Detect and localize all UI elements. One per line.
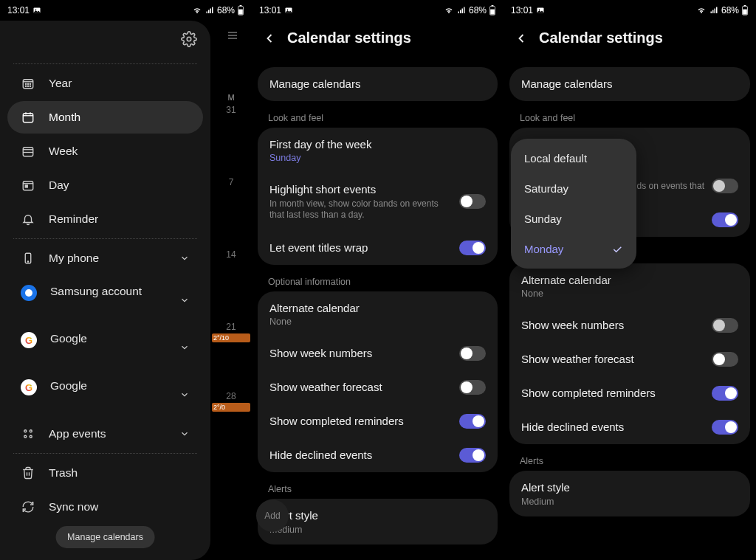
row-week-numbers[interactable]: Show week numbers [509, 308, 750, 342]
toggle-highlight[interactable] [712, 179, 738, 193]
drawer-item-label: Reminder [49, 212, 98, 226]
calendar-month-icon [21, 110, 35, 125]
row-title: Alert style [521, 480, 738, 495]
svg-point-14 [25, 86, 26, 86]
svg-rect-17 [23, 114, 33, 122]
google-icon: G [21, 332, 37, 348]
drawer-item-reminder[interactable]: Reminder [7, 203, 203, 235]
popup-option-local-default[interactable]: Local default [511, 143, 636, 173]
toggle-wrap[interactable] [459, 241, 486, 255]
popup-option-sunday[interactable]: Sunday [511, 204, 636, 234]
day-cell[interactable]: 7 [210, 177, 252, 187]
svg-point-29 [24, 430, 27, 432]
chevron-down-icon [179, 295, 190, 305]
popup-option-monday[interactable]: Monday [511, 234, 636, 264]
toggle-week-numbers[interactable] [459, 346, 486, 361]
drawer-item-month[interactable]: Month [7, 101, 203, 134]
row-desc: In month view, show color bands on event… [269, 198, 452, 221]
row-weather[interactable]: Show weather forecast [258, 370, 498, 404]
gear-icon[interactable] [181, 31, 197, 47]
row-highlight[interactable]: Highlight short events In month view, sh… [258, 173, 498, 231]
row-title: First day of the week [269, 137, 486, 152]
row-completed[interactable]: Show completed reminders [509, 376, 750, 410]
drawer-item-week[interactable]: Week [7, 135, 203, 167]
row-title: Hide declined events [521, 420, 624, 435]
signal-icon [456, 6, 467, 15]
calendar-year-icon [21, 76, 35, 91]
phone-icon [21, 251, 35, 266]
chevron-down-icon [179, 429, 190, 439]
row-manage-calendars[interactable]: Manage calendars [258, 67, 498, 101]
apps-icon [21, 426, 35, 441]
optional-card: Alternate calendar None Show week number… [258, 291, 498, 473]
svg-rect-26 [25, 185, 27, 187]
section-label: Alerts [268, 484, 487, 494]
drawer-item-label: Trash [49, 466, 78, 480]
row-manage-calendars[interactable]: Manage calendars [509, 67, 750, 101]
toggle-weather[interactable] [459, 380, 486, 395]
row-weather[interactable]: Show weather forecast [509, 342, 750, 376]
row-title: Alternate calendar [521, 273, 738, 288]
status-bar: 13:01 68% [504, 0, 756, 21]
back-icon[interactable] [262, 31, 277, 46]
add-button[interactable]: Add [256, 499, 289, 532]
row-title: Alert style [269, 508, 486, 523]
signal-icon [709, 6, 719, 15]
row-wrap[interactable]: Let event titles wrap [258, 231, 498, 265]
row-completed[interactable]: Show completed reminders [258, 404, 498, 438]
hamburger-icon[interactable] [225, 30, 252, 41]
row-declined[interactable]: Hide declined events [509, 410, 750, 444]
toggle-week-numbers[interactable] [712, 318, 738, 333]
svg-point-13 [30, 83, 30, 84]
row-title: Show weather forecast [521, 352, 634, 367]
toggle-highlight[interactable] [459, 194, 486, 209]
manage-calendars-chip[interactable]: Manage calendars [55, 526, 155, 548]
row-title: Let event titles wrap [269, 241, 368, 255]
drawer-item-trash[interactable]: Trash [7, 457, 203, 489]
day-cell[interactable]: 28 2°/0 [210, 391, 252, 412]
clock: 13:01 [511, 5, 533, 15]
row-alt-calendar[interactable]: Alternate calendar None [509, 263, 750, 309]
row-week-numbers[interactable]: Show week numbers [258, 336, 498, 370]
drawer-item-year[interactable]: Year [7, 67, 203, 100]
drawer-item-appevents[interactable]: App events [7, 418, 203, 450]
svg-rect-4 [240, 5, 242, 6]
toggle-declined[interactable] [459, 448, 486, 463]
back-icon[interactable] [514, 31, 529, 46]
drawer-item-google[interactable]: G Google [7, 323, 203, 369]
drawer-item-label: Month [49, 111, 80, 124]
drawer-item-google[interactable]: G Google [7, 370, 203, 416]
day-cell[interactable]: 31 [210, 105, 252, 115]
drawer-item-sync[interactable]: Sync now [7, 491, 203, 523]
svg-point-28 [27, 261, 28, 262]
toggle-completed[interactable] [459, 414, 486, 429]
day-cell[interactable]: 21 2°/10 [210, 322, 252, 342]
drawer-item-samsung[interactable]: Samsung account [7, 276, 203, 322]
toggle-wrap[interactable] [712, 212, 738, 227]
row-alert-style[interactable]: Alert style Medium [509, 471, 750, 516]
picture-icon [284, 6, 293, 15]
chevron-down-icon [179, 253, 190, 263]
drawer-item-label: Sync now [49, 500, 98, 514]
manage-card: Manage calendars [509, 67, 750, 101]
toggle-declined[interactable] [712, 420, 738, 435]
battery-pct: 68% [469, 5, 487, 15]
settings-header: Calendar settings [504, 21, 756, 64]
battery-icon [741, 5, 749, 15]
row-value: None [521, 288, 738, 299]
toggle-weather[interactable] [712, 352, 738, 367]
row-alt-calendar[interactable]: Alternate calendar None [258, 291, 498, 337]
row-alert-style[interactable]: Alert style Medium [258, 499, 498, 545]
popup-option-saturday[interactable]: Saturday [511, 173, 636, 204]
svg-rect-37 [492, 5, 494, 6]
toggle-completed[interactable] [712, 386, 738, 401]
row-first-day[interactable]: First day of the week Sunday [258, 128, 498, 173]
svg-point-39 [539, 9, 540, 10]
drawer-item-day[interactable]: Day [7, 169, 203, 201]
row-declined[interactable]: Hide declined events [258, 438, 498, 472]
wifi-icon [444, 6, 454, 15]
row-title: Manage calendars [269, 77, 360, 91]
drawer-item-myphone[interactable]: My phone [7, 242, 203, 274]
svg-point-32 [30, 435, 32, 438]
day-cell[interactable]: 14 [210, 249, 252, 260]
